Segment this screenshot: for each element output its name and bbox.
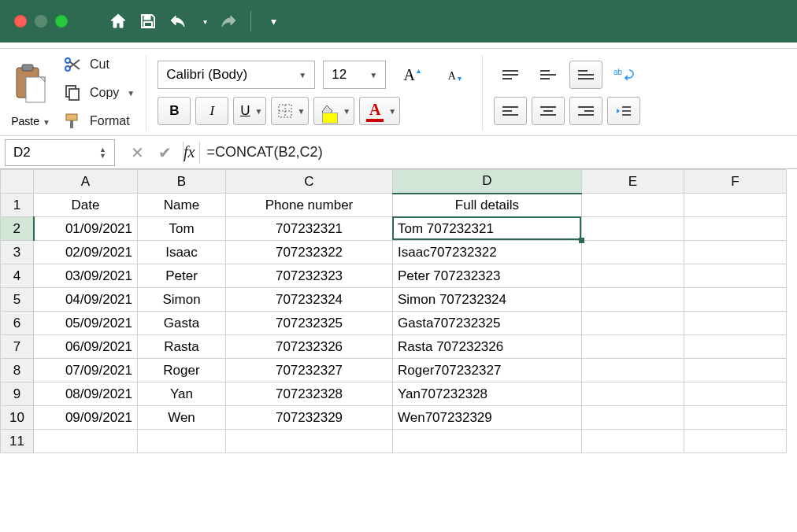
cell-D7[interactable]: Rasta 707232326 [393, 335, 582, 359]
cell-C2[interactable]: 707232321 [226, 217, 393, 241]
cell-C1[interactable]: Phone number [226, 194, 393, 217]
row-header-10[interactable]: 10 [1, 406, 34, 430]
cell-C8[interactable]: 707232327 [226, 359, 393, 382]
cell-E9[interactable] [582, 382, 684, 406]
cell-E7[interactable] [582, 335, 684, 359]
minimize-window-button[interactable] [35, 15, 47, 28]
cell-A3[interactable]: 02/09/2021 [34, 241, 138, 264]
cell-B1[interactable]: Name [138, 194, 226, 217]
column-header-F[interactable]: F [684, 170, 787, 194]
italic-button[interactable]: I [195, 97, 228, 125]
underline-button[interactable]: U▼ [233, 97, 266, 125]
name-box-stepper[interactable]: ▲▼ [99, 146, 106, 159]
cell-A9[interactable]: 08/09/2021 [34, 382, 138, 406]
cell-C5[interactable]: 707232324 [226, 288, 393, 312]
undo-dropdown-icon[interactable]: ▾ [200, 10, 209, 32]
cell-B10[interactable]: Wen [138, 406, 226, 430]
cell-B8[interactable]: Roger [138, 359, 226, 382]
cell-E3[interactable] [582, 241, 684, 264]
cell-E5[interactable] [582, 288, 684, 312]
fill-color-button[interactable]: ▼ [313, 97, 354, 125]
align-bottom-button[interactable] [569, 61, 602, 89]
align-right-button[interactable] [569, 97, 602, 125]
cell-A6[interactable]: 05/09/2021 [34, 312, 138, 335]
cell-B4[interactable]: Peter [138, 264, 226, 288]
cell-D6[interactable]: Gasta707232325 [393, 312, 582, 335]
home-icon[interactable] [107, 10, 129, 32]
name-box[interactable]: D2 ▲▼ [5, 139, 115, 166]
row-header-9[interactable]: 9 [1, 382, 34, 406]
increase-font-size-button[interactable]: A▴ [394, 61, 428, 89]
close-window-button[interactable] [14, 15, 27, 28]
cell-B6[interactable]: Gasta [138, 312, 226, 335]
cell-D3[interactable]: Isaac707232322 [393, 241, 582, 264]
cell-D11[interactable] [393, 430, 582, 453]
fill-handle[interactable] [579, 238, 584, 243]
cell-C10[interactable]: 707232329 [226, 406, 393, 430]
cell-B9[interactable]: Yan [138, 382, 226, 406]
cell-D10[interactable]: Wen707232329 [393, 406, 582, 430]
cell-D8[interactable]: Roger707232327 [393, 359, 582, 382]
row-header-3[interactable]: 3 [1, 241, 34, 264]
cell-B5[interactable]: Simon [138, 288, 226, 312]
fx-label[interactable]: fx [183, 143, 195, 161]
cell-C7[interactable]: 707232326 [226, 335, 393, 359]
cell-A1[interactable]: Date [34, 194, 138, 217]
decrease-font-size-button[interactable]: A▾ [436, 61, 471, 89]
row-header-7[interactable]: 7 [1, 335, 34, 359]
borders-button[interactable]: ▼ [271, 97, 309, 125]
cell-D4[interactable]: Peter 707232323 [393, 264, 582, 288]
cell-F3[interactable] [684, 241, 787, 264]
decrease-indent-button[interactable] [607, 97, 640, 125]
cell-F5[interactable] [684, 288, 787, 312]
cell-A11[interactable] [34, 430, 138, 453]
cell-A10[interactable]: 09/09/2021 [34, 406, 138, 430]
font-color-button[interactable]: A ▼ [359, 97, 400, 125]
font-name-select[interactable]: Calibri (Body) ▼ [158, 61, 315, 89]
cell-C9[interactable]: 707232328 [226, 382, 393, 406]
cell-E2[interactable] [582, 217, 684, 241]
cell-E11[interactable] [582, 430, 684, 453]
cell-F2[interactable] [684, 217, 787, 241]
cell-B3[interactable]: Isaac [138, 241, 226, 264]
cell-C3[interactable]: 707232322 [226, 241, 393, 264]
cell-E10[interactable] [582, 406, 684, 430]
cell-E6[interactable] [582, 312, 684, 335]
select-all-corner[interactable] [1, 170, 34, 194]
align-middle-button[interactable] [532, 61, 565, 89]
cell-F4[interactable] [684, 264, 787, 288]
copy-button[interactable]: Copy ▼ [63, 83, 135, 102]
column-header-E[interactable]: E [582, 170, 684, 194]
row-header-8[interactable]: 8 [1, 359, 34, 382]
column-header-A[interactable]: A [34, 170, 138, 194]
align-left-button[interactable] [494, 97, 527, 125]
wrap-text-button[interactable]: ab [607, 61, 640, 89]
cell-F6[interactable] [684, 312, 787, 335]
qat-customize-icon[interactable]: ▾ [262, 10, 284, 32]
row-header-11[interactable]: 11 [1, 430, 34, 453]
cell-A7[interactable]: 06/09/2021 [34, 335, 138, 359]
cell-F8[interactable] [684, 359, 787, 382]
cell-A2[interactable]: 01/09/2021 [34, 217, 138, 241]
row-header-2[interactable]: 2 [1, 217, 34, 241]
cell-D2[interactable]: Tom 707232321 [393, 217, 582, 241]
cell-D5[interactable]: Simon 707232324 [393, 288, 582, 312]
cell-B2[interactable]: Tom [138, 217, 226, 241]
cell-F10[interactable] [684, 406, 787, 430]
formula-input[interactable]: =CONCAT(B2,C2) [200, 144, 797, 161]
cell-B7[interactable]: Rasta [138, 335, 226, 359]
zoom-window-button[interactable] [55, 15, 68, 28]
row-header-4[interactable]: 4 [1, 264, 34, 288]
cell-F9[interactable] [684, 382, 787, 406]
cell-D1[interactable]: Full details [393, 194, 582, 217]
row-header-1[interactable]: 1 [1, 194, 34, 217]
column-header-D[interactable]: D [393, 170, 582, 194]
cell-A4[interactable]: 03/09/2021 [34, 264, 138, 288]
align-top-button[interactable] [494, 61, 527, 89]
cell-A5[interactable]: 04/09/2021 [34, 288, 138, 312]
cell-F1[interactable] [684, 194, 787, 217]
cell-E4[interactable] [582, 264, 684, 288]
cut-button[interactable]: Cut [63, 55, 135, 74]
cell-C6[interactable]: 707232325 [226, 312, 393, 335]
format-painter-button[interactable]: Format [63, 112, 135, 131]
